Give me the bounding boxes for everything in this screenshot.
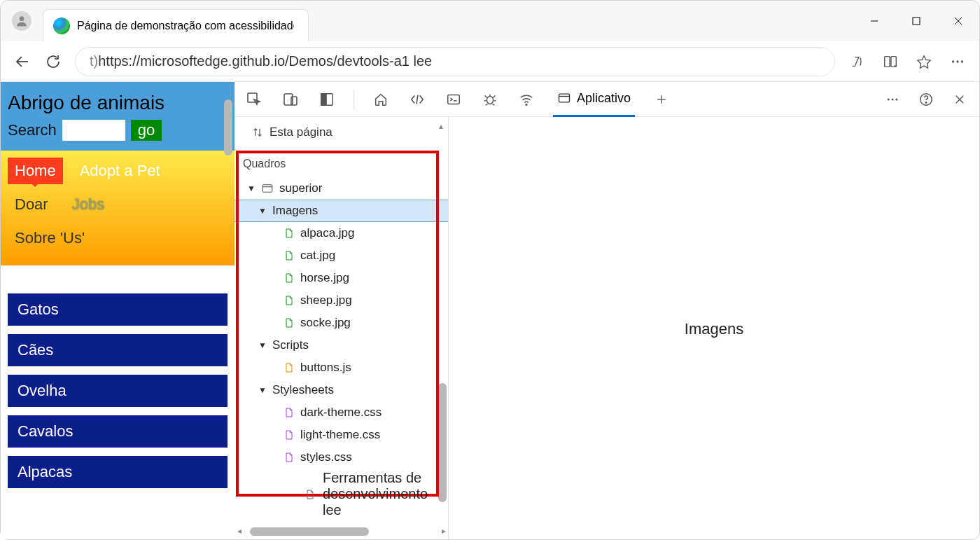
tree-file[interactable]: styles.css bbox=[234, 446, 448, 469]
console-tab-icon[interactable] bbox=[444, 90, 463, 109]
frames-tree: ▼ superior ▼ Imagens alpaca.jpg cat.jpg … bbox=[234, 177, 448, 469]
list-item[interactable]: Alpacas bbox=[8, 456, 227, 488]
tree-label: superior bbox=[279, 181, 322, 195]
svg-rect-18 bbox=[448, 95, 460, 104]
tree-file[interactable]: alpaca.jpg bbox=[234, 222, 448, 244]
favorite-icon[interactable] bbox=[915, 53, 933, 71]
svg-line-26 bbox=[486, 104, 488, 105]
device-icon[interactable] bbox=[281, 90, 300, 109]
tree-overflow-item[interactable]: Ferramentas de desenvolvimento lee bbox=[304, 470, 448, 518]
elements-tab-icon[interactable] bbox=[407, 90, 427, 109]
sidebar-h-scrollbar[interactable]: ◂▸ bbox=[247, 527, 436, 536]
nav-jobs[interactable]: Jobs bbox=[65, 191, 111, 218]
page-scrollbar[interactable] bbox=[222, 82, 234, 539]
file-name: sheep.jpg bbox=[300, 293, 352, 307]
add-tab-button[interactable] bbox=[652, 90, 671, 109]
profile-avatar[interactable] bbox=[12, 11, 31, 31]
file-icon bbox=[284, 226, 295, 240]
svg-point-0 bbox=[20, 16, 24, 21]
page-header: Abrigo de animais Search go bbox=[1, 82, 234, 151]
tree-file[interactable]: dark-theme.css bbox=[234, 401, 448, 424]
devtools-close-icon[interactable] bbox=[950, 90, 969, 109]
inspect-icon[interactable] bbox=[244, 90, 264, 109]
svg-line-17 bbox=[416, 95, 418, 104]
file-icon bbox=[284, 271, 295, 285]
toolbar: t) https://microsoftedge.github.io/Demos… bbox=[1, 41, 979, 82]
url-text: https://microsoftedge.github.io/Demos/de… bbox=[98, 53, 432, 69]
address-bar[interactable]: t) https://microsoftedge.github.io/Demos… bbox=[75, 47, 835, 76]
minimize-button[interactable] bbox=[853, 4, 895, 39]
application-tab[interactable]: Aplicativo bbox=[553, 82, 635, 117]
svg-rect-6 bbox=[885, 56, 890, 67]
this-page-label: Esta página bbox=[270, 125, 332, 139]
svg-rect-42 bbox=[262, 185, 272, 193]
refresh-button[interactable] bbox=[44, 53, 62, 71]
maximize-button[interactable] bbox=[895, 4, 937, 39]
tree-file[interactable]: sheep.jpg bbox=[234, 289, 448, 312]
file-name: alpaca.jpg bbox=[300, 226, 355, 240]
nav-home[interactable]: Home bbox=[8, 158, 63, 184]
read-aloud-icon[interactable] bbox=[848, 53, 866, 71]
svg-rect-16 bbox=[321, 93, 326, 105]
list-item[interactable]: Gatos bbox=[8, 293, 227, 326]
help-icon[interactable] bbox=[916, 90, 936, 109]
tree-label: Scripts bbox=[272, 338, 309, 352]
svg-rect-29 bbox=[559, 94, 570, 102]
list-item[interactable]: Ovelha bbox=[8, 375, 227, 407]
nav-donate[interactable]: Doar bbox=[8, 191, 55, 218]
file-name: horse.jpg bbox=[300, 271, 349, 285]
nav-adopt[interactable]: Adopt a Pet bbox=[73, 158, 167, 184]
more-icon[interactable] bbox=[948, 53, 967, 71]
svg-point-33 bbox=[888, 98, 890, 100]
tree-label: Stylesheets bbox=[272, 383, 334, 397]
tree-file[interactable]: socke.jpg bbox=[234, 312, 448, 334]
file-icon bbox=[284, 293, 295, 307]
application-tab-label: Aplicativo bbox=[577, 91, 631, 106]
tree-item-scripts[interactable]: ▼ Scripts bbox=[234, 334, 448, 356]
go-button[interactable]: go bbox=[131, 120, 162, 141]
tree-label: Imagens bbox=[272, 204, 318, 218]
tab-title: Página de demonstração com acessibilidad… bbox=[77, 20, 294, 32]
reading-list-icon[interactable] bbox=[881, 53, 899, 71]
tree-item-images[interactable]: ▼ Imagens bbox=[234, 200, 448, 222]
search-label: Search bbox=[8, 121, 57, 139]
category-list: Gatos Cães Ovelha Cavalos Alpacas bbox=[1, 265, 234, 495]
devtools-more-icon[interactable] bbox=[883, 90, 902, 109]
chevron-down-icon: ▼ bbox=[247, 184, 255, 193]
svg-point-9 bbox=[952, 60, 954, 62]
list-item[interactable]: Cães bbox=[8, 334, 227, 366]
tree-file[interactable]: horse.jpg bbox=[234, 267, 448, 289]
svg-point-37 bbox=[925, 102, 926, 102]
tree-item-stylesheets[interactable]: ▼ Stylesheets bbox=[234, 379, 448, 401]
devtools-tabs: Aplicativo bbox=[234, 82, 979, 117]
application-sidebar: Esta página Quadros ▼ superior ▼ Imagens bbox=[234, 117, 448, 539]
window-icon bbox=[261, 182, 274, 195]
browser-window: Página de demonstração com acessibilidad… bbox=[0, 0, 980, 540]
back-button[interactable] bbox=[13, 53, 31, 71]
search-input[interactable] bbox=[62, 120, 125, 141]
chevron-down-icon: ▼ bbox=[258, 385, 267, 395]
welcome-tab-icon[interactable] bbox=[371, 90, 391, 109]
close-button[interactable] bbox=[937, 4, 979, 39]
svg-line-22 bbox=[485, 95, 487, 97]
network-tab-icon[interactable] bbox=[517, 90, 536, 109]
tree-item-top[interactable]: ▼ superior bbox=[234, 177, 448, 200]
detail-heading: Imagens bbox=[449, 320, 979, 338]
debugger-tab-icon[interactable] bbox=[480, 90, 500, 109]
overflow-label: Ferramentas de desenvolvimento lee bbox=[323, 470, 448, 518]
file-name: cat.jpg bbox=[300, 249, 335, 263]
tree-file[interactable]: light-theme.css bbox=[234, 424, 448, 446]
list-item[interactable]: Cavalos bbox=[8, 415, 227, 448]
sort-icon bbox=[251, 126, 264, 139]
file-name: styles.css bbox=[300, 450, 352, 464]
browser-tab[interactable]: Página de demonstração com acessibilidad… bbox=[43, 9, 309, 41]
nav-about[interactable]: Sobre 'Us' bbox=[8, 225, 92, 251]
tree-file[interactable]: cat.jpg bbox=[234, 244, 448, 267]
tree-file[interactable]: buttons.js bbox=[234, 356, 448, 379]
svg-marker-8 bbox=[918, 55, 930, 67]
dock-icon[interactable] bbox=[317, 90, 337, 109]
svg-point-34 bbox=[892, 98, 894, 100]
devtools: Aplicativo Esta página Quadr bbox=[234, 82, 979, 539]
main-area: Abrigo de animais Search go Home Adopt a… bbox=[1, 82, 979, 539]
svg-point-35 bbox=[895, 98, 897, 100]
